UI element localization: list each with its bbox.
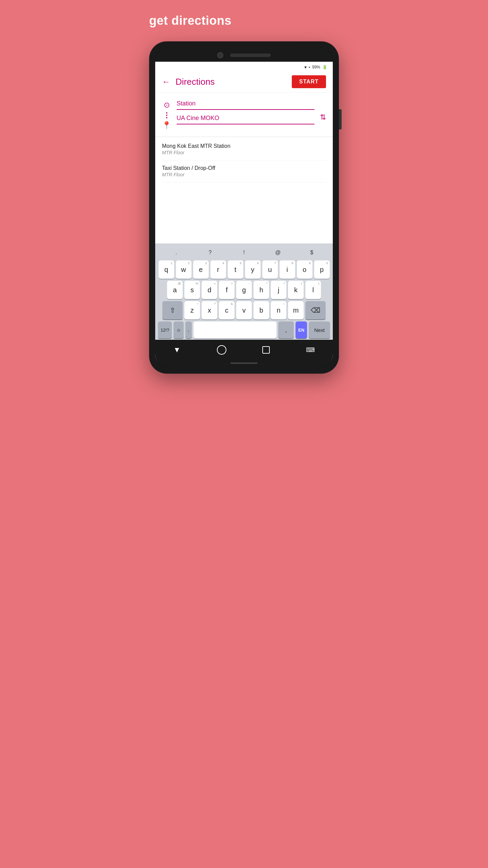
key-b[interactable]: b bbox=[253, 301, 269, 319]
key-c[interactable]: &c bbox=[219, 301, 235, 319]
nav-recents-icon[interactable] bbox=[262, 346, 270, 354]
route-icons: ⊙ 📍 bbox=[162, 98, 171, 130]
speaker bbox=[230, 54, 271, 57]
key-q[interactable]: 1q bbox=[159, 260, 174, 279]
key-t[interactable]: 5t bbox=[228, 260, 243, 279]
empty-space bbox=[155, 182, 333, 243]
battery-level: 99% bbox=[312, 65, 320, 70]
keyboard-symbols-row: . ? ! @ $ bbox=[157, 246, 331, 260]
phone-frame: ▾ ▪ 99% 🔋 ← Directions START ⊙ bbox=[149, 41, 339, 374]
suggestion-name-0: Mong Kok East MTR Station bbox=[162, 143, 326, 149]
comma-key[interactable]: , bbox=[185, 321, 192, 338]
page-title: get directions bbox=[149, 14, 339, 28]
to-field-wrap bbox=[177, 113, 314, 124]
suggestions-list: Mong Kok East MTR Station MTR Floor Taxi… bbox=[155, 138, 333, 182]
key-e[interactable]: 3e bbox=[193, 260, 209, 279]
status-bar: ▾ ▪ 99% 🔋 bbox=[155, 62, 333, 71]
key-k[interactable]: (k bbox=[288, 281, 304, 299]
sym-exclaim[interactable]: ! bbox=[227, 248, 261, 258]
keyboard-bottom-row: 12!? ☺ , . EN Next bbox=[157, 321, 331, 338]
key-p[interactable]: 0p bbox=[314, 260, 330, 279]
camera bbox=[217, 52, 223, 58]
key-z[interactable]: !z bbox=[184, 301, 200, 319]
key-v[interactable]: v bbox=[236, 301, 252, 319]
route-dots bbox=[166, 112, 167, 118]
shift-key[interactable]: ⇧ bbox=[162, 301, 183, 319]
inputs-column bbox=[177, 98, 314, 127]
phone-bottom-bar bbox=[155, 361, 333, 368]
numbers-key[interactable]: 12!? bbox=[158, 321, 172, 338]
key-d[interactable]: =d bbox=[202, 281, 217, 299]
key-l[interactable]: )l bbox=[305, 281, 321, 299]
start-button[interactable]: START bbox=[292, 75, 326, 88]
back-button[interactable]: ← bbox=[162, 77, 170, 86]
key-a[interactable]: @a bbox=[167, 281, 183, 299]
key-s[interactable]: %s bbox=[184, 281, 200, 299]
from-field-wrap bbox=[177, 98, 314, 110]
key-j[interactable]: /j bbox=[271, 281, 286, 299]
signal-icon: ▪ bbox=[309, 65, 310, 70]
phone-inner: ▾ ▪ 99% 🔋 ← Directions START ⊙ bbox=[155, 47, 333, 368]
keyboard-row-1: 1q 2w 3e 4r 5t 6y 7u 8i 9o 0p bbox=[157, 260, 331, 279]
nav-home-icon[interactable] bbox=[217, 345, 226, 355]
key-y[interactable]: 6y bbox=[245, 260, 261, 279]
keyboard-row-2: @a %s =d +f -g *h /j (k )l bbox=[157, 281, 331, 299]
page-background: get directions ▾ ▪ 99% 🔋 bbox=[149, 14, 339, 374]
key-r[interactable]: 4r bbox=[210, 260, 226, 279]
phone-top-bar bbox=[155, 47, 333, 62]
keyboard[interactable]: . ? ! @ $ 1q 2w 3e 4r 5t 6y 7u bbox=[155, 243, 333, 340]
nav-keyboard-icon[interactable]: ⌨ bbox=[306, 346, 315, 354]
emoji-key[interactable]: ☺ bbox=[174, 321, 183, 338]
key-m[interactable]: m bbox=[288, 301, 304, 319]
space-key[interactable] bbox=[194, 321, 277, 338]
divider bbox=[155, 137, 333, 137]
period-key[interactable]: . bbox=[278, 321, 294, 338]
to-input[interactable] bbox=[177, 113, 314, 124]
key-x[interactable]: ?x bbox=[202, 301, 217, 319]
language-key[interactable]: EN bbox=[296, 321, 307, 338]
wifi-icon: ▾ bbox=[304, 64, 307, 70]
dot-2 bbox=[166, 115, 167, 116]
from-input[interactable] bbox=[177, 98, 314, 110]
suggestion-sub-1: MTR Floor bbox=[162, 172, 326, 177]
key-i[interactable]: 8i bbox=[280, 260, 295, 279]
origin-icon: ⊙ bbox=[164, 101, 170, 110]
key-f[interactable]: +f bbox=[219, 281, 235, 299]
next-key[interactable]: Next bbox=[309, 321, 330, 338]
delete-key[interactable]: ⌫ bbox=[305, 301, 326, 319]
key-w[interactable]: 2w bbox=[176, 260, 191, 279]
navigation-bar: ▼ ⌨ bbox=[155, 340, 333, 361]
suggestion-sub-0: MTR Floor bbox=[162, 150, 326, 155]
key-n[interactable]: –n bbox=[271, 301, 286, 319]
destination-icon: 📍 bbox=[162, 121, 171, 130]
sym-question[interactable]: ? bbox=[193, 248, 227, 258]
nav-back-icon[interactable]: ▼ bbox=[173, 346, 181, 354]
key-g[interactable]: -g bbox=[236, 281, 252, 299]
app-title: Directions bbox=[176, 77, 292, 87]
suggestion-item-0[interactable]: Mong Kok East MTR Station MTR Floor bbox=[162, 138, 326, 160]
key-h[interactable]: *h bbox=[253, 281, 269, 299]
phone-screen: ▾ ▪ 99% 🔋 ← Directions START ⊙ bbox=[155, 62, 333, 361]
sym-at[interactable]: @ bbox=[261, 248, 295, 258]
sym-dollar[interactable]: $ bbox=[295, 248, 329, 258]
app-bar: ← Directions START bbox=[155, 71, 333, 93]
dot-3 bbox=[166, 117, 167, 118]
suggestion-name-1: Taxi Station / Drop-Off bbox=[162, 165, 326, 171]
swap-button[interactable]: ⇅ bbox=[320, 106, 326, 122]
battery-icon: 🔋 bbox=[322, 65, 327, 70]
input-area: ⊙ 📍 bbox=[155, 93, 333, 135]
bottom-bar-indicator bbox=[230, 362, 258, 364]
sym-period[interactable]: . bbox=[159, 248, 193, 258]
dot-1 bbox=[166, 112, 167, 114]
key-o[interactable]: 9o bbox=[297, 260, 312, 279]
suggestion-item-1[interactable]: Taxi Station / Drop-Off MTR Floor bbox=[162, 160, 326, 182]
key-u[interactable]: 7u bbox=[262, 260, 278, 279]
status-icons: ▾ ▪ 99% 🔋 bbox=[304, 64, 327, 70]
keyboard-row-3: ⇧ !z ?x &c v b –n m ⌫ bbox=[157, 301, 331, 319]
